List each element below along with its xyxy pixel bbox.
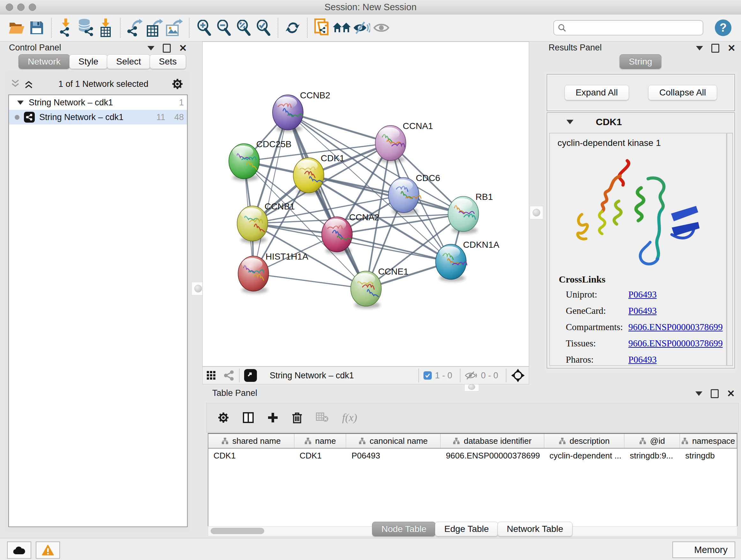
float-panel-icon[interactable] xyxy=(711,44,719,53)
expand-all-button[interactable]: Expand All xyxy=(564,85,629,100)
network-collection-row[interactable]: String Network – cdk1 1 xyxy=(9,95,187,110)
column-header-namespace[interactable]: namespace xyxy=(680,434,737,448)
network-edge[interactable] xyxy=(253,112,288,273)
import-network-database-button[interactable] xyxy=(76,17,96,38)
toolbar-separator xyxy=(120,18,121,38)
selected-count: 1 - 0 xyxy=(435,371,452,381)
crosslink-link[interactable]: 9606.ENSP00000378699 xyxy=(628,338,723,349)
network-node-CCNB2[interactable]: CCNB2 xyxy=(273,90,330,132)
network-node-CCNE1[interactable]: CCNE1 xyxy=(351,266,408,308)
cdk1-entry-header[interactable]: CDK1 xyxy=(547,113,734,131)
zoom-selected-button[interactable] xyxy=(253,17,273,38)
network-node-RB1[interactable]: RB1 xyxy=(448,192,493,234)
network-options-gear-icon[interactable] xyxy=(172,78,183,90)
open-session-button[interactable] xyxy=(7,17,27,38)
collapse-all-icon[interactable] xyxy=(11,79,22,89)
crosslink-link[interactable]: 9606.ENSP00000378699 xyxy=(628,322,723,332)
panel-menu-icon[interactable] xyxy=(695,391,702,396)
float-panel-icon[interactable] xyxy=(163,44,171,53)
network-share-icon[interactable] xyxy=(224,370,234,381)
crosslink-link[interactable]: P06493 xyxy=(628,354,657,365)
network-node-CDC6[interactable]: CDC6 xyxy=(388,173,440,215)
column-header-name[interactable]: name xyxy=(294,434,347,448)
entry-collapse-icon[interactable] xyxy=(566,120,574,124)
automation-cloud-button[interactable] xyxy=(7,542,31,559)
network-edge[interactable] xyxy=(288,112,366,289)
column-header-database-identifier[interactable]: database identifier xyxy=(441,434,544,448)
crosslink-row: GeneCard:P06493 xyxy=(566,306,723,316)
hide-selected-button[interactable] xyxy=(352,17,372,38)
float-panel-icon[interactable] xyxy=(711,389,719,398)
tab-sets[interactable]: Sets xyxy=(150,54,186,69)
help-button[interactable]: ? xyxy=(714,19,732,37)
tab-network-table[interactable]: Network Table xyxy=(497,522,572,537)
open-in-window-icon[interactable] xyxy=(244,369,257,382)
table-cell[interactable]: CDK1 xyxy=(208,449,294,462)
tab-string[interactable]: String xyxy=(619,54,661,69)
warnings-button[interactable] xyxy=(36,542,60,559)
clone-network-button[interactable] xyxy=(312,17,332,38)
birdseye-grid-icon[interactable] xyxy=(206,370,217,381)
crosslink-link[interactable]: P06493 xyxy=(628,306,657,316)
network-edge[interactable] xyxy=(288,112,391,143)
table-cell[interactable]: CDK1 xyxy=(294,449,347,462)
import-network-file-button[interactable] xyxy=(56,17,76,38)
results-scrollbar[interactable] xyxy=(727,133,733,366)
network-node-CDC25B[interactable]: CDC25B xyxy=(229,139,291,181)
collapse-all-button[interactable]: Collapse All xyxy=(648,85,717,100)
export-table-button[interactable] xyxy=(145,17,165,38)
column-header-canonical-name[interactable]: canonical name xyxy=(346,434,441,448)
table-options-gear-icon[interactable] xyxy=(218,412,229,423)
string-network-graph[interactable]: CCNB2CCNA1CDC25BCDK1CDC6RB1CCNB1CCNA2CDK… xyxy=(203,42,529,366)
show-hidden-button[interactable] xyxy=(372,17,391,38)
table-panel-window-controls: ✕ xyxy=(695,389,735,398)
tab-edge-table[interactable]: Edge Table xyxy=(435,522,498,537)
table-cell[interactable]: stringdb xyxy=(680,449,737,462)
export-network-button[interactable] xyxy=(125,17,145,38)
export-image-button[interactable] xyxy=(165,17,185,38)
selected-checkbox-icon[interactable] xyxy=(423,371,432,380)
table-cell[interactable]: cyclin-dependent ... xyxy=(544,449,625,462)
search-input[interactable] xyxy=(569,23,699,33)
tab-select[interactable]: Select xyxy=(107,54,150,69)
network-node-CCNA2[interactable]: CCNA2 xyxy=(322,212,380,254)
network-canvas[interactable]: CCNB2CCNA1CDC25BCDK1CDC6RB1CCNB1CCNA2CDK… xyxy=(202,42,529,367)
panel-menu-icon[interactable] xyxy=(147,46,154,51)
panel-menu-icon[interactable] xyxy=(696,46,703,51)
show-columns-icon[interactable] xyxy=(243,412,254,423)
close-panel-icon[interactable]: ✕ xyxy=(179,44,187,53)
network-row[interactable]: String Network – cdk1 11 48 xyxy=(9,110,187,125)
refresh-button[interactable] xyxy=(283,17,302,38)
column-header-id[interactable]: @id xyxy=(624,434,680,448)
table-row[interactable]: CDK1CDK1P064939606.ENSP00000378699cyclin… xyxy=(208,449,737,462)
table-cell[interactable]: P06493 xyxy=(346,449,441,462)
table-cell[interactable]: stringdb:9... xyxy=(624,449,680,462)
import-table-file-button[interactable] xyxy=(96,17,116,38)
save-session-button[interactable] xyxy=(27,17,47,38)
zoom-out-button[interactable] xyxy=(214,17,233,38)
zoom-fit-button[interactable] xyxy=(233,17,253,38)
collection-expand-icon[interactable] xyxy=(17,101,23,105)
table-cell[interactable]: 9606.ENSP00000378699 xyxy=(441,449,544,462)
delete-column-icon[interactable] xyxy=(292,412,302,423)
tab-node-table[interactable]: Node Table xyxy=(372,522,435,537)
close-panel-icon[interactable]: ✕ xyxy=(727,389,735,398)
tab-style[interactable]: Style xyxy=(69,54,108,69)
column-header-shared-name[interactable]: shared name xyxy=(208,434,294,448)
network-edges[interactable] xyxy=(244,112,463,289)
close-panel-icon[interactable]: ✕ xyxy=(728,44,736,53)
show-all-networks-button[interactable] xyxy=(332,17,352,38)
expand-all-icon[interactable] xyxy=(24,79,35,89)
tab-network[interactable]: Network xyxy=(18,54,70,69)
network-node-HIST1H1A[interactable]: HIST1H1A xyxy=(238,252,308,294)
network-node-CDKN1A[interactable]: CDKN1A xyxy=(435,240,499,282)
hidden-eye-icon[interactable] xyxy=(465,371,478,380)
network-edge[interactable] xyxy=(253,273,366,289)
zoom-in-button[interactable] xyxy=(194,17,214,38)
crosslink-link[interactable]: P06493 xyxy=(628,289,657,300)
add-column-icon[interactable] xyxy=(267,412,278,423)
memory-button[interactable]: Memory xyxy=(672,542,735,558)
column-header-description[interactable]: description xyxy=(544,434,625,448)
fit-selected-crosshair-icon[interactable] xyxy=(511,368,525,382)
right-splitter-handle[interactable] xyxy=(530,206,543,219)
